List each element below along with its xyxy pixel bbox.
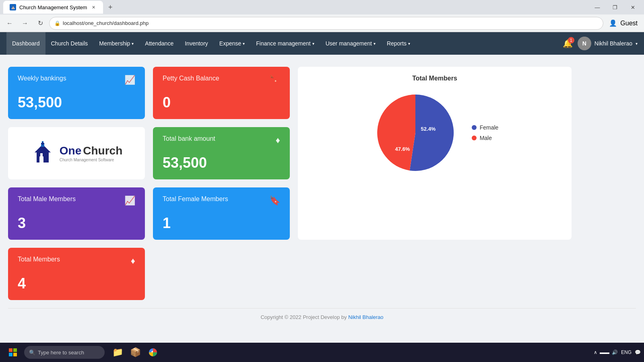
start-button[interactable] bbox=[3, 344, 23, 360]
user-mgmt-dropdown-arrow: ▾ bbox=[374, 41, 376, 46]
female-members-value: 1 bbox=[163, 215, 280, 232]
browser-tab[interactable]: ⛪ Church Management System ✕ bbox=[3, 1, 103, 14]
taskbar-right: ∧ ▬▬ 🔊 ENG 💬 bbox=[594, 350, 641, 355]
search-icon: 🔍 bbox=[29, 350, 35, 356]
taskbar: 🔍 Type here to search 📁 📦 ∧ ▬▬ 🔊 ENG 💬 bbox=[0, 343, 644, 362]
card-header-6: Total Members ♦ bbox=[18, 256, 135, 266]
browser-account-label: Guest bbox=[620, 20, 638, 27]
logo-text: One Church Church Management Software bbox=[60, 144, 122, 162]
notification-bell[interactable]: 🔔 1 bbox=[563, 39, 573, 48]
card-header-5: Total Female Members 🔖 bbox=[163, 195, 280, 206]
tab-close-button[interactable]: ✕ bbox=[90, 4, 97, 10]
weekly-bankings-icon: 📈 bbox=[124, 75, 135, 85]
main-content: Weekly bankings 📈 53,500 Petty Cash Bala… bbox=[0, 55, 644, 342]
address-bar[interactable]: 🔒 localhost/one_church/dashboard.php bbox=[49, 17, 603, 30]
window-controls: — ❐ ✕ bbox=[589, 2, 641, 13]
close-button[interactable]: ✕ bbox=[625, 2, 641, 13]
nav-membership[interactable]: Membership ▾ bbox=[93, 32, 139, 55]
total-bank-icon: ♦ bbox=[276, 135, 280, 146]
taskbar-chat-icon[interactable]: 💬 bbox=[635, 350, 641, 355]
nav-membership-label: Membership bbox=[99, 40, 130, 47]
svg-rect-5 bbox=[40, 153, 43, 156]
new-tab-button[interactable]: + bbox=[105, 2, 116, 13]
taskbar-app-2[interactable]: 📦 bbox=[127, 344, 143, 360]
taskbar-search[interactable]: 🔍 Type here to search bbox=[24, 346, 105, 359]
total-bank-value: 53,500 bbox=[163, 154, 280, 171]
petty-cash-title: Petty Cash Balance bbox=[163, 75, 219, 82]
user-avatar: N bbox=[578, 37, 591, 50]
logo-line1: One bbox=[60, 144, 81, 157]
expense-dropdown-arrow: ▾ bbox=[243, 41, 245, 46]
tab-favicon: ⛪ bbox=[10, 4, 16, 10]
taskbar-app-1[interactable]: 📁 bbox=[109, 344, 126, 360]
refresh-button[interactable]: ↻ bbox=[34, 17, 47, 30]
svg-rect-4 bbox=[39, 156, 43, 162]
weekly-bankings-card: Weekly bankings 📈 53,500 bbox=[8, 67, 145, 119]
systray-volume[interactable]: 🔊 bbox=[612, 350, 618, 355]
female-pct-label: 52.4% bbox=[421, 126, 436, 132]
female-members-title: Total Female Members bbox=[163, 195, 228, 203]
chart-panel: Total Members 52.4% 47. bbox=[298, 67, 572, 240]
nav-inventory[interactable]: Inventory bbox=[179, 32, 214, 55]
male-members-title: Total Male Members bbox=[18, 195, 76, 203]
card-header-2: Petty Cash Balance 🔖 bbox=[163, 75, 280, 85]
notification-badge: 1 bbox=[568, 37, 574, 43]
systray-caret[interactable]: ∧ bbox=[594, 350, 597, 355]
logo-sub: Church Management Software bbox=[60, 158, 122, 162]
female-members-card: Total Female Members 🔖 1 bbox=[153, 187, 290, 240]
tab-title: Church Management System bbox=[19, 4, 87, 10]
taskbar-app-chrome[interactable] bbox=[145, 344, 161, 360]
petty-cash-card: Petty Cash Balance 🔖 0 bbox=[153, 67, 290, 119]
systray-network: ▬▬ bbox=[600, 350, 609, 355]
petty-cash-value: 0 bbox=[163, 94, 280, 111]
svg-rect-7 bbox=[41, 143, 44, 144]
card-header-3: Total bank amount ♦ bbox=[163, 135, 280, 146]
lock-icon: 🔒 bbox=[54, 21, 60, 26]
nav-attendance[interactable]: Attendance bbox=[139, 32, 179, 55]
nav-attendance-label: Attendance bbox=[145, 40, 173, 47]
pie-chart: 52.4% 47.6% bbox=[371, 88, 460, 177]
footer: Copyright © 2022 Project Develop by Nikh… bbox=[8, 308, 636, 326]
nav-dashboard[interactable]: Dashboard bbox=[6, 32, 45, 55]
nav-finance[interactable]: Finance management ▾ bbox=[250, 32, 320, 55]
user-profile-menu[interactable]: N Nikhil Bhalerao ▾ bbox=[578, 37, 638, 50]
weekly-bankings-title: Weekly bankings bbox=[18, 75, 66, 82]
browser-chrome: ⛪ Church Management System ✕ + — ❐ ✕ ← →… bbox=[0, 0, 644, 32]
female-legend-label: Female bbox=[480, 124, 499, 131]
membership-dropdown-arrow: ▾ bbox=[132, 41, 134, 46]
browser-titlebar: ⛪ Church Management System ✕ + — ❐ ✕ bbox=[0, 0, 644, 14]
chart-title: Total Members bbox=[306, 75, 564, 82]
dashboard-grid: Weekly bankings 📈 53,500 Petty Cash Bala… bbox=[8, 67, 572, 300]
male-legend-dot bbox=[472, 136, 477, 140]
male-members-card: Total Male Members 📈 3 bbox=[8, 187, 145, 240]
footer-text: Copyright © 2022 Project Develop by bbox=[260, 314, 348, 320]
nav-church-details-label: Church Details bbox=[51, 40, 88, 47]
browser-toolbar: ← → ↻ 🔒 localhost/one_church/dashboard.p… bbox=[0, 14, 644, 32]
nav-expense-label: Expense bbox=[219, 40, 241, 47]
chrome-icon bbox=[148, 348, 158, 357]
legend-female: Female bbox=[472, 124, 499, 131]
male-pct-label: 47.6% bbox=[395, 146, 410, 152]
weekly-bankings-value: 53,500 bbox=[18, 94, 135, 111]
male-members-icon: 📈 bbox=[124, 195, 135, 206]
maximize-button[interactable]: ❐ bbox=[607, 2, 623, 13]
male-members-value: 3 bbox=[18, 215, 135, 232]
svg-rect-8 bbox=[9, 348, 12, 352]
total-members-value: 4 bbox=[18, 275, 135, 292]
church-logo-icon bbox=[31, 141, 55, 165]
nav-user-mgmt[interactable]: User management ▾ bbox=[320, 32, 381, 55]
nav-reports[interactable]: Reports ▾ bbox=[381, 32, 416, 55]
forward-button[interactable]: → bbox=[19, 17, 31, 30]
user-dropdown-arrow: ▾ bbox=[636, 41, 638, 46]
nav-church-details[interactable]: Church Details bbox=[45, 32, 94, 55]
browser-profile: 👤 Guest bbox=[606, 19, 641, 27]
card-header-1: Weekly bankings 📈 bbox=[18, 75, 135, 85]
address-text: localhost/one_church/dashboard.php bbox=[63, 20, 149, 26]
chart-area: 52.4% 47.6% Female Male bbox=[306, 88, 564, 177]
minimize-button[interactable]: — bbox=[589, 2, 605, 13]
back-button[interactable]: ← bbox=[3, 17, 16, 30]
footer-link[interactable]: Nikhil Bhalerao bbox=[348, 314, 383, 320]
svg-rect-9 bbox=[13, 348, 17, 352]
female-members-icon: 🔖 bbox=[269, 195, 280, 206]
nav-expense[interactable]: Expense ▾ bbox=[214, 32, 250, 55]
